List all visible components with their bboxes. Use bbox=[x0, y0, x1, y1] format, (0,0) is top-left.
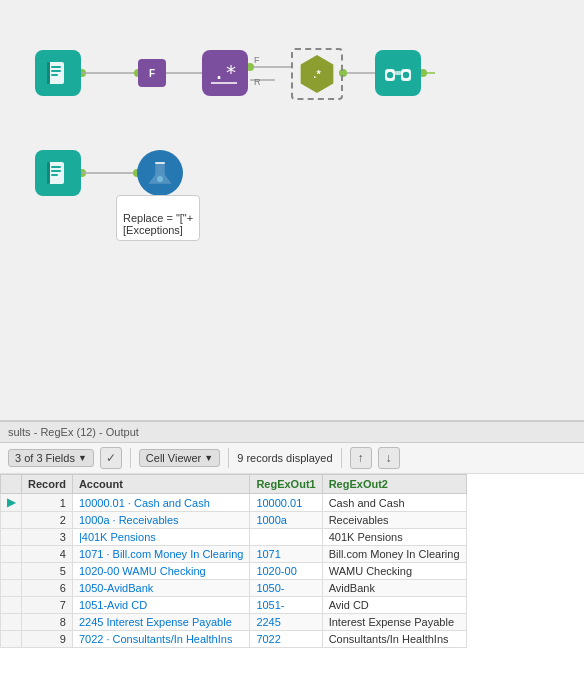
row-selector bbox=[1, 512, 22, 529]
cell-account: 10000.01 · Cash and Cash bbox=[72, 494, 249, 512]
toolbar-divider-3 bbox=[341, 448, 342, 468]
toolbar-divider-1 bbox=[130, 448, 131, 468]
regex-node[interactable]: .* bbox=[202, 50, 248, 96]
account-link[interactable]: 1051-Avid CD bbox=[79, 599, 147, 611]
table-wrapper[interactable]: Record Account RegExOut1 RegExOut2 ▶1100… bbox=[0, 474, 584, 700]
book-input-node-1[interactable] bbox=[35, 50, 81, 96]
table-row[interactable]: ▶110000.01 · Cash and Cash10000.01Cash a… bbox=[1, 494, 467, 512]
fields-selector[interactable]: 3 of 3 Fields ▼ bbox=[8, 449, 94, 467]
cell-regexout1 bbox=[250, 529, 322, 546]
cell-regexout2: Bill.com Money In Clearing bbox=[322, 546, 466, 563]
svg-text:.*: .* bbox=[213, 60, 237, 84]
row-number: 3 bbox=[22, 529, 73, 546]
table-row[interactable]: 61050-AvidBank1050-AvidBank bbox=[1, 580, 467, 597]
svg-point-27 bbox=[402, 71, 410, 79]
scroll-up-button[interactable]: ↑ bbox=[350, 447, 372, 469]
panel-header: sults - RegEx (12) - Output bbox=[0, 422, 584, 443]
cell-regexout2: Consultants/In HealthIns bbox=[322, 631, 466, 648]
svg-point-33 bbox=[157, 176, 163, 182]
cell-account: 1020-00 WAMU Checking bbox=[72, 563, 249, 580]
row-selector bbox=[1, 580, 22, 597]
fields-check-button[interactable]: ✓ bbox=[100, 447, 122, 469]
viewer-selector[interactable]: Cell Viewer ▼ bbox=[139, 449, 220, 467]
row-selector bbox=[1, 614, 22, 631]
formula-node[interactable]: F bbox=[138, 59, 166, 87]
cell-account: 7022 · Consultants/In HealthIns bbox=[72, 631, 249, 648]
regexout1-link[interactable]: 2245 bbox=[256, 616, 280, 628]
table-row[interactable]: 51020-00 WAMU Checking1020-00WAMU Checki… bbox=[1, 563, 467, 580]
table-row[interactable]: 41071 · Bill.com Money In Clearing1071Bi… bbox=[1, 546, 467, 563]
toolbar: 3 of 3 Fields ▼ ✓ Cell Viewer ▼ 9 record… bbox=[0, 443, 584, 474]
cell-regexout1: 7022 bbox=[250, 631, 322, 648]
row-number: 5 bbox=[22, 563, 73, 580]
svg-rect-18 bbox=[51, 70, 61, 72]
cell-regexout2: Avid CD bbox=[322, 597, 466, 614]
svg-text:R: R bbox=[254, 77, 261, 87]
book-input-node-2[interactable] bbox=[35, 150, 81, 196]
cell-account: |401K Pensions bbox=[72, 529, 249, 546]
account-link[interactable]: 7022 · Consultants/In HealthIns bbox=[79, 633, 232, 645]
svg-point-26 bbox=[386, 71, 394, 79]
row-number: 2 bbox=[22, 512, 73, 529]
cell-account: 1050-AvidBank bbox=[72, 580, 249, 597]
account-link[interactable]: 1000a · Receivables bbox=[79, 514, 179, 526]
regexout1-link[interactable]: 10000.01 bbox=[256, 497, 302, 509]
formula-flask-node[interactable] bbox=[137, 150, 183, 196]
panel-title: sults - RegEx (12) - Output bbox=[8, 426, 139, 438]
cell-regexout2: Cash and Cash bbox=[322, 494, 466, 512]
svg-text:F: F bbox=[254, 55, 260, 65]
hex-container: .* bbox=[291, 48, 343, 100]
hex-node[interactable]: .* bbox=[298, 55, 336, 93]
browse-node[interactable] bbox=[375, 50, 421, 96]
data-table: Record Account RegExOut1 RegExOut2 ▶1100… bbox=[0, 474, 584, 648]
regexout1-link[interactable]: 1071 bbox=[256, 548, 280, 560]
account-link[interactable]: 1071 · Bill.com Money In Clearing bbox=[79, 548, 243, 560]
table-row[interactable]: 3|401K Pensions401K Pensions bbox=[1, 529, 467, 546]
cell-regexout1: 1051- bbox=[250, 597, 322, 614]
cell-regexout2: Interest Expense Payable bbox=[322, 614, 466, 631]
col-header-record: Record bbox=[22, 475, 73, 494]
cell-regexout1: 1000a bbox=[250, 512, 322, 529]
cell-regexout1: 1071 bbox=[250, 546, 322, 563]
cell-account: 1071 · Bill.com Money In Clearing bbox=[72, 546, 249, 563]
table-body: ▶110000.01 · Cash and Cash10000.01Cash a… bbox=[1, 494, 467, 648]
row-selector bbox=[1, 563, 22, 580]
regexout1-link[interactable]: 1020-00 bbox=[256, 565, 296, 577]
svg-rect-34 bbox=[155, 162, 165, 164]
cell-regexout2: WAMU Checking bbox=[322, 563, 466, 580]
account-link[interactable]: |401K Pensions bbox=[79, 531, 156, 543]
regexout1-link[interactable]: 1051- bbox=[256, 599, 284, 611]
row-selector bbox=[1, 631, 22, 648]
row-selector bbox=[1, 529, 22, 546]
row-number: 7 bbox=[22, 597, 73, 614]
tooltip-formula: Replace = "["+ [Exceptions] bbox=[116, 195, 200, 241]
row-selector bbox=[1, 546, 22, 563]
regexout1-link[interactable]: 7022 bbox=[256, 633, 280, 645]
scroll-down-button[interactable]: ↓ bbox=[378, 447, 400, 469]
svg-rect-31 bbox=[51, 174, 58, 176]
table-row[interactable]: 21000a · Receivables1000aReceivables bbox=[1, 512, 467, 529]
cell-regexout2: 401K Pensions bbox=[322, 529, 466, 546]
regexout1-link[interactable]: 1050- bbox=[256, 582, 284, 594]
cell-account: 1000a · Receivables bbox=[72, 512, 249, 529]
col-header-account: Account bbox=[72, 475, 249, 494]
cell-regexout2: Receivables bbox=[322, 512, 466, 529]
table-header-row: Record Account RegExOut1 RegExOut2 bbox=[1, 475, 467, 494]
cell-regexout1: 1050- bbox=[250, 580, 322, 597]
records-count: 9 records displayed bbox=[237, 452, 332, 464]
workflow-canvas: F R F .* .* bbox=[0, 0, 584, 420]
row-number: 9 bbox=[22, 631, 73, 648]
table-row[interactable]: 71051-Avid CD1051-Avid CD bbox=[1, 597, 467, 614]
svg-rect-19 bbox=[51, 74, 58, 76]
account-link[interactable]: 2245 Interest Expense Payable bbox=[79, 616, 232, 628]
fields-dropdown-icon: ▼ bbox=[78, 453, 87, 463]
account-link[interactable]: 1020-00 WAMU Checking bbox=[79, 565, 206, 577]
svg-rect-20 bbox=[47, 62, 50, 84]
col-header-regexout1: RegExOut1 bbox=[250, 475, 322, 494]
account-link[interactable]: 1050-AvidBank bbox=[79, 582, 153, 594]
regexout1-link[interactable]: 1000a bbox=[256, 514, 287, 526]
table-row[interactable]: 82245 Interest Expense Payable2245Intere… bbox=[1, 614, 467, 631]
table-row[interactable]: 97022 · Consultants/In HealthIns7022Cons… bbox=[1, 631, 467, 648]
viewer-label: Cell Viewer bbox=[146, 452, 201, 464]
account-link[interactable]: 10000.01 · Cash and Cash bbox=[79, 497, 210, 509]
